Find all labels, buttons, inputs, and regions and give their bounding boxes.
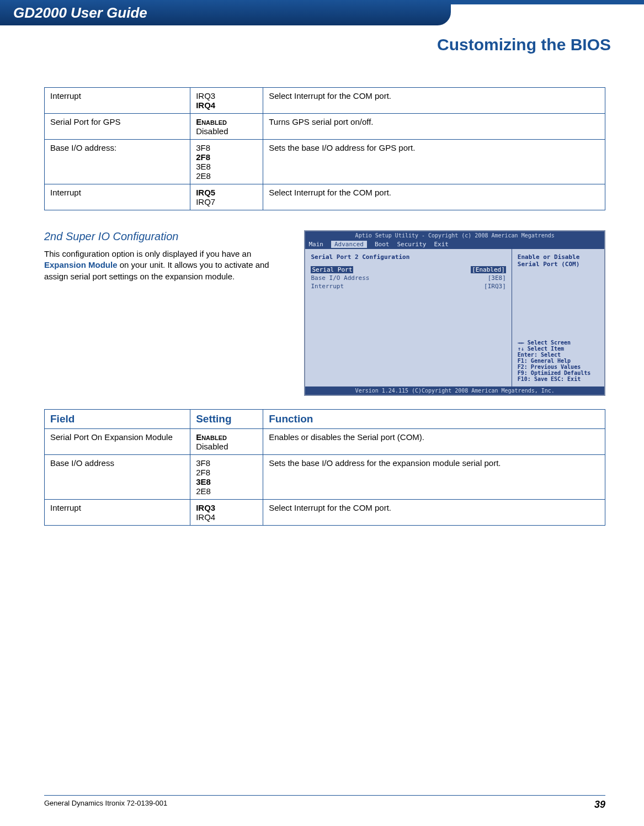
- table-row: Base I/O address3F82F83E82E8Sets the bas…: [45, 455, 605, 500]
- setting-option: 2F8: [196, 152, 257, 162]
- cell-field: Interrupt: [45, 88, 190, 114]
- cell-function: Enables or disables the Serial port (COM…: [263, 429, 605, 455]
- cell-field: Interrupt: [45, 184, 190, 210]
- settings-table-1: InterruptIRQ3IRQ4Select Interrupt for th…: [44, 87, 605, 210]
- cell-setting: IRQ5IRQ7: [190, 184, 263, 210]
- setting-option: 3F8: [196, 458, 257, 468]
- page-footer: General Dynamics Itronix 72-0139-001 39: [44, 795, 605, 811]
- cell-function: Select Interrupt for the COM port.: [263, 500, 605, 526]
- expansion-module-link[interactable]: Expansion Module: [44, 260, 118, 269]
- setting-option: Enabled: [196, 117, 257, 126]
- bios-tab: Security: [397, 241, 426, 248]
- setting-option: 3E8: [196, 162, 257, 171]
- setting-option: Disabled: [196, 442, 257, 451]
- settings-table-2: Field Setting Function Serial Port On Ex…: [44, 409, 605, 526]
- cell-field: Interrupt: [45, 500, 190, 526]
- bios-screenshot: Aptio Setup Utility - Copyright (c) 2008…: [304, 230, 605, 396]
- bios-item: Interrupt[IRQ3]: [311, 283, 505, 290]
- setting-option: IRQ4: [196, 512, 257, 522]
- bios-tabs: MainAdvancedBootSecurityExit: [305, 240, 604, 249]
- cell-setting: IRQ3IRQ4: [190, 500, 263, 526]
- bios-help-desc: Enable or Disable Serial Port (COM): [518, 253, 599, 268]
- bios-tab: Boot: [375, 241, 390, 248]
- bios-tab: Exit: [434, 241, 449, 248]
- bios-help-line: Enter: Select: [518, 352, 599, 358]
- doc-header: GD2000 User Guide: [0, 0, 451, 25]
- page-number: 39: [594, 799, 605, 811]
- bios-item: Base I/O Address[3E8]: [311, 274, 505, 282]
- table-row: Serial Port On Expansion ModuleEnabledDi…: [45, 429, 605, 455]
- table-row: InterruptIRQ3IRQ4Select Interrupt for th…: [45, 500, 605, 526]
- setting-option: 3F8: [196, 143, 257, 152]
- cell-setting: EnabledDisabled: [190, 429, 263, 455]
- setting-option: Disabled: [196, 126, 257, 136]
- setting-option: Enabled: [196, 432, 257, 442]
- bios-help-line: F10: Save ESC: Exit: [518, 376, 599, 382]
- bios-left-panel: Serial Port 2 Configuration Serial Port[…: [305, 249, 512, 386]
- th-setting: Setting: [190, 410, 263, 429]
- setting-option: 2E8: [196, 486, 257, 496]
- table-row: InterruptIRQ5IRQ7Select Interrupt for th…: [45, 184, 605, 210]
- bios-help-line: ↑↓ Select Item: [518, 346, 599, 352]
- bios-tab: Main: [308, 241, 323, 248]
- table-row: Base I/O address:3F82F83E82E8Sets the ba…: [45, 140, 605, 184]
- subsection-body: This configuration option is only displa…: [44, 248, 291, 282]
- bios-help-line: F1: General Help: [518, 358, 599, 364]
- setting-option: IRQ4: [196, 100, 257, 110]
- cell-setting: IRQ3IRQ4: [190, 88, 263, 114]
- cell-field: Serial Port On Expansion Module: [45, 429, 190, 455]
- body-pre: This configuration option is only displa…: [44, 249, 251, 258]
- bios-help-line: F9: Optimized Defaults: [518, 370, 599, 376]
- setting-option: IRQ5: [196, 188, 257, 197]
- cell-field: Base I/O address: [45, 455, 190, 500]
- table-row: InterruptIRQ3IRQ4Select Interrupt for th…: [45, 88, 605, 114]
- setting-option: IRQ7: [196, 197, 257, 206]
- bios-help-line: →← Select Screen: [518, 340, 599, 346]
- section-title: Customizing the BIOS: [0, 25, 644, 54]
- cell-function: Select Interrupt for the COM port.: [263, 88, 605, 114]
- cell-setting: 3F82F83E82E8: [190, 455, 263, 500]
- footer-left: General Dynamics Itronix 72-0139-001: [44, 799, 167, 811]
- cell-field: Base I/O address:: [45, 140, 190, 184]
- th-function: Function: [263, 410, 605, 429]
- setting-option: IRQ3: [196, 91, 257, 100]
- cell-field: Serial Port for GPS: [45, 114, 190, 140]
- bios-tab: Advanced: [331, 241, 367, 248]
- bios-right-panel: Enable or Disable Serial Port (COM) →← S…: [512, 249, 604, 386]
- cell-function: Sets the base I/O address for the expans…: [263, 455, 605, 500]
- setting-option: IRQ3: [196, 503, 257, 512]
- table-header-row: Field Setting Function: [45, 410, 605, 429]
- cell-function: Turns GPS serial port on/off.: [263, 114, 605, 140]
- bios-item: Serial Port[Enabled]: [311, 266, 505, 273]
- cell-setting: 3F82F83E82E8: [190, 140, 263, 184]
- subsection-heading: 2nd Super IO Configuration: [44, 230, 291, 243]
- bios-title-bar: Aptio Setup Utility - Copyright (c) 2008…: [305, 231, 604, 240]
- cell-setting: EnabledDisabled: [190, 114, 263, 140]
- th-field: Field: [45, 410, 190, 429]
- setting-option: 3E8: [196, 477, 257, 486]
- table-row: Serial Port for GPSEnabledDisabledTurns …: [45, 114, 605, 140]
- bios-panel-title: Serial Port 2 Configuration: [311, 253, 505, 261]
- setting-option: 2E8: [196, 171, 257, 181]
- cell-function: Select Interrupt for the COM port.: [263, 184, 605, 210]
- bios-footer: Version 1.24.115 (C)Copyright 2008 Ameri…: [305, 386, 604, 395]
- bios-help-line: F2: Previous Values: [518, 364, 599, 370]
- cell-function: Sets the base I/O address for GPS port.: [263, 140, 605, 184]
- setting-option: 2F8: [196, 468, 257, 477]
